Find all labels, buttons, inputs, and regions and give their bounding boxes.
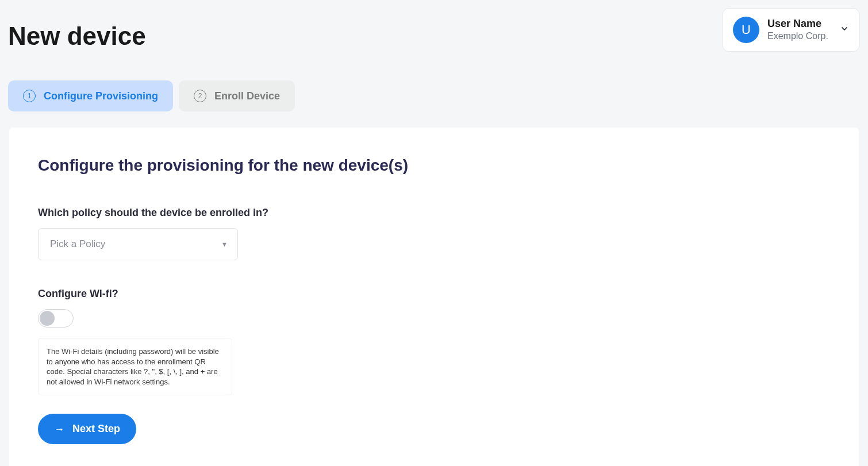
next-step-label: Next Step xyxy=(72,423,120,435)
header-row: New device U User Name Exemplo Corp. xyxy=(8,8,860,52)
user-name: User Name xyxy=(767,17,828,30)
wifi-info-box: The Wi-Fi details (including password) w… xyxy=(38,338,232,395)
avatar-initial: U xyxy=(742,22,751,37)
steps-row: 1 Configure Provisioning 2 Enroll Device xyxy=(8,80,860,111)
step-enroll-device[interactable]: 2 Enroll Device xyxy=(179,80,295,111)
step-label: Configure Provisioning xyxy=(44,90,158,102)
step-number-icon: 2 xyxy=(194,90,206,102)
content-card: Configure the provisioning for the new d… xyxy=(9,128,859,466)
user-org: Exemplo Corp. xyxy=(767,30,828,43)
step-label: Enroll Device xyxy=(214,90,280,102)
arrow-right-icon: → xyxy=(54,424,64,434)
step-number-icon: 1 xyxy=(23,90,36,102)
avatar: U xyxy=(733,17,759,43)
page-container: New device U User Name Exemplo Corp. 1 C… xyxy=(0,0,868,466)
chevron-down-icon xyxy=(840,24,849,36)
next-step-button[interactable]: → Next Step xyxy=(38,414,136,444)
policy-field-group: Which policy should the device be enroll… xyxy=(38,207,830,260)
wifi-toggle[interactable] xyxy=(38,309,74,328)
step-configure-provisioning[interactable]: 1 Configure Provisioning xyxy=(8,80,173,111)
wifi-field-group: Configure Wi-fi? The Wi-Fi details (incl… xyxy=(38,288,830,395)
policy-select-wrap: Pick a Policy ▼ xyxy=(38,228,238,260)
user-info: User Name Exemplo Corp. xyxy=(767,17,828,43)
toggle-knob xyxy=(40,311,55,326)
user-menu[interactable]: U User Name Exemplo Corp. xyxy=(722,8,860,52)
policy-select[interactable]: Pick a Policy xyxy=(38,228,238,260)
wifi-label: Configure Wi-fi? xyxy=(38,288,830,300)
page-title: New device xyxy=(8,22,146,51)
section-title: Configure the provisioning for the new d… xyxy=(38,156,830,175)
policy-label: Which policy should the device be enroll… xyxy=(38,207,830,219)
